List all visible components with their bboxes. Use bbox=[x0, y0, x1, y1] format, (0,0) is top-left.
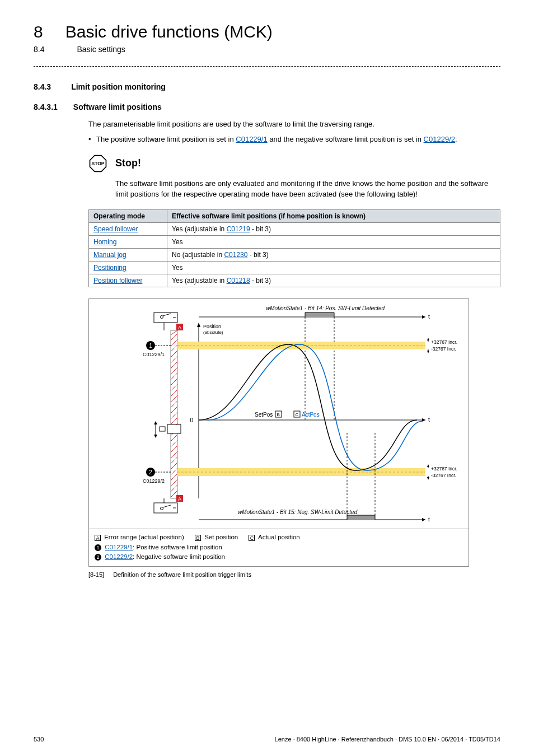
svg-marker-59 bbox=[197, 323, 200, 327]
bullet-text-mid: and the negative software limit position… bbox=[268, 135, 424, 143]
diag-circ1: 1 bbox=[149, 343, 152, 349]
legend-circ-2: 2 bbox=[95, 554, 101, 561]
figure-text: Definition of the software limit positio… bbox=[113, 571, 251, 578]
bullet-text-pre: The positive software limit position is … bbox=[96, 135, 236, 143]
bullet-text-post: . bbox=[455, 135, 457, 143]
cell-text: - bit 3) bbox=[250, 225, 271, 233]
svg-marker-81 bbox=[422, 518, 425, 521]
cell-text: - bit 3) bbox=[250, 277, 271, 284]
diag-plus-incr: +32767 Incr. bbox=[431, 339, 457, 345]
svg-rect-4 bbox=[305, 312, 334, 317]
diag-plus-incr: +32767 Incr. bbox=[431, 466, 457, 472]
cell-text: Yes (adjustable in bbox=[172, 225, 227, 233]
subsubsection-heading: 8.4.3.1 Software limit positions bbox=[34, 102, 500, 111]
link-c01229-1[interactable]: C01229/1 bbox=[236, 135, 267, 143]
legend-2-text: : Negative software limit position bbox=[133, 553, 225, 560]
section-number: 8.4 bbox=[34, 45, 44, 54]
link-position-follower[interactable]: Position follower bbox=[93, 277, 142, 284]
svg-marker-73 bbox=[427, 464, 429, 467]
page-number: 530 bbox=[34, 736, 44, 743]
diag-marker-a: A bbox=[178, 496, 181, 502]
separator bbox=[34, 66, 500, 67]
link-c01230[interactable]: C01230 bbox=[224, 251, 247, 259]
position-diagram: wMotionState1 - Bit 14: Pos. SW-Limit De… bbox=[92, 302, 464, 526]
chapter-heading: 8 Basic drive functions (MCK) bbox=[34, 22, 500, 41]
figure-number: [8-15] bbox=[88, 571, 104, 578]
stop-body: The software limit positions are only ev… bbox=[115, 179, 500, 200]
table-head-effective: Effective software limit positions (if h… bbox=[167, 210, 500, 223]
diag-c2: C01229/2 bbox=[143, 478, 165, 484]
legend-link-1[interactable]: C01229/1 bbox=[105, 544, 133, 550]
diag-t: t bbox=[428, 417, 430, 423]
diag-setpos: SetPos bbox=[255, 412, 273, 418]
diagram-legend: A Error range (actual position) B Set po… bbox=[89, 529, 469, 566]
legend-c-text: Actual position bbox=[258, 534, 300, 540]
legend-link-2[interactable]: C01229/2 bbox=[105, 553, 133, 560]
legend-b-text: Set position bbox=[204, 534, 238, 540]
svg-marker-75 bbox=[427, 477, 429, 480]
cell-text: Yes bbox=[172, 264, 183, 272]
subsection-number: 8.4.3 bbox=[34, 82, 51, 91]
link-c01218[interactable]: C01218 bbox=[227, 277, 250, 284]
diag-marker-a: A bbox=[178, 325, 181, 330]
svg-text:STOP: STOP bbox=[92, 161, 105, 166]
page-footer: 530 Lenze · 8400 HighLine · Referenzhand… bbox=[34, 736, 500, 743]
link-manual-jog[interactable]: Manual jog bbox=[93, 251, 127, 259]
link-c01229-2[interactable]: C01229/2 bbox=[424, 135, 455, 143]
link-speed-follower[interactable]: Speed follower bbox=[93, 225, 138, 233]
diag-actpos: ActPos bbox=[302, 412, 320, 418]
figure-caption: [8-15] Definition of the software limit … bbox=[88, 571, 500, 578]
diag-circ2: 2 bbox=[149, 469, 152, 475]
subsection-heading: 8.4.3 Limit position monitoring bbox=[34, 82, 500, 91]
bullet-item: The positive software limit position is … bbox=[88, 134, 500, 145]
diag-pos-label: Position bbox=[203, 324, 221, 329]
svg-marker-3 bbox=[422, 315, 425, 319]
diag-t: t bbox=[428, 314, 430, 320]
cell-text: Yes (adjustable in bbox=[172, 277, 227, 284]
link-positioning[interactable]: Positioning bbox=[93, 264, 127, 272]
svg-rect-16 bbox=[171, 330, 177, 498]
link-c01219[interactable]: C01219 bbox=[227, 225, 250, 233]
cell-text: - bit 3) bbox=[247, 251, 268, 259]
intro-paragraph: The parameterisable limit positions are … bbox=[88, 119, 500, 130]
svg-marker-50 bbox=[154, 421, 157, 424]
diagram-container: wMotionState1 - Bit 14: Pos. SW-Limit De… bbox=[88, 298, 469, 567]
table-row: Positioning Yes bbox=[89, 262, 500, 274]
svg-marker-67 bbox=[427, 351, 429, 353]
subsubsection-number: 8.4.3.1 bbox=[34, 102, 58, 111]
section-title: Basic settings bbox=[77, 45, 125, 54]
chapter-number: 8 bbox=[34, 22, 43, 41]
diag-minus-incr: -32767 Incr. bbox=[431, 473, 456, 478]
svg-marker-51 bbox=[154, 435, 157, 438]
diag-minus-incr: -32767 Incr. bbox=[431, 346, 456, 352]
diag-zero: 0 bbox=[190, 417, 193, 423]
legend-marker-b: B bbox=[195, 535, 201, 541]
svg-rect-48 bbox=[160, 427, 165, 431]
diag-pos-label2: (absolute) bbox=[203, 330, 223, 335]
diag-top-bit: wMotionState1 - Bit 14: Pos. SW-Limit De… bbox=[266, 305, 385, 311]
operating-mode-table: Operating mode Effective software limit … bbox=[88, 209, 500, 287]
cell-text: Yes bbox=[172, 238, 183, 246]
table-row: Manual jog No (adjustable in C01230 - bi… bbox=[89, 249, 500, 262]
link-homing[interactable]: Homing bbox=[93, 238, 116, 246]
stop-icon: STOP bbox=[88, 154, 107, 173]
legend-1-text: : Positive software limit position bbox=[133, 544, 222, 550]
table-head-mode: Operating mode bbox=[89, 210, 167, 223]
legend-marker-c: C bbox=[249, 535, 255, 541]
table-row: Homing Yes bbox=[89, 236, 500, 249]
diag-marker-c: C bbox=[296, 412, 299, 417]
legend-marker-a: A bbox=[95, 535, 101, 541]
svg-marker-65 bbox=[427, 338, 429, 340]
stop-label: Stop! bbox=[115, 157, 141, 169]
doc-info: Lenze · 8400 HighLine · Referenzhandbuch… bbox=[275, 736, 500, 743]
subsection-title: Limit position monitoring bbox=[71, 82, 166, 91]
chapter-title: Basic drive functions (MCK) bbox=[65, 22, 273, 41]
table-row: Speed follower Yes (adjustable in C01219… bbox=[89, 223, 500, 236]
table-row: Position follower Yes (adjustable in C01… bbox=[89, 274, 500, 287]
cell-text: No (adjustable in bbox=[172, 251, 224, 259]
diag-t: t bbox=[428, 516, 430, 522]
svg-rect-82 bbox=[347, 515, 375, 520]
diag-c1: C01229/1 bbox=[143, 352, 165, 357]
stop-callout-header: STOP Stop! bbox=[88, 154, 500, 173]
diag-bot-bit: wMotionState1 - Bit 15: Neg. SW-Limit De… bbox=[238, 509, 358, 515]
